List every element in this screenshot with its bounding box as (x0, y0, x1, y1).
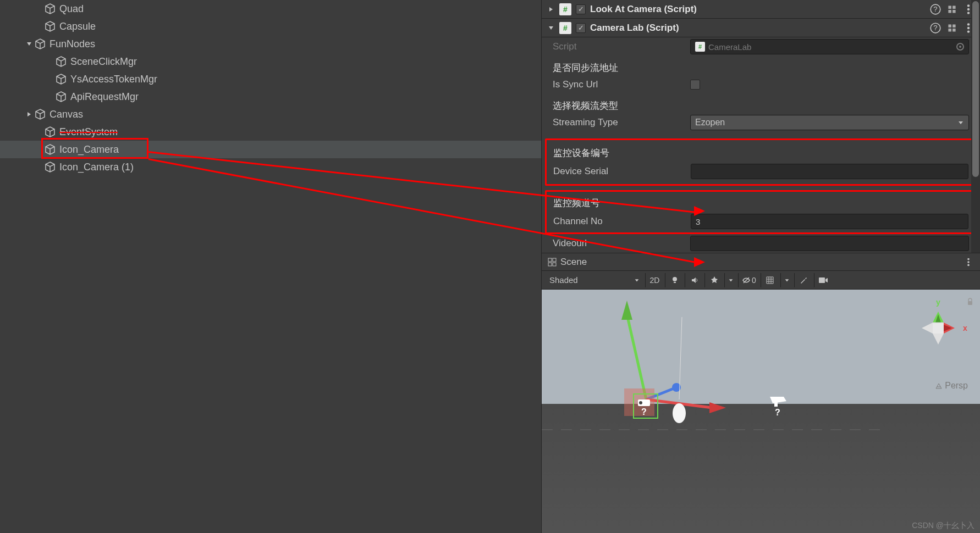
device-serial-input[interactable] (691, 164, 968, 179)
videourl-input[interactable] (690, 236, 969, 251)
component-look-at-camera[interactable]: # Look At Camera (Script) ? (542, 0, 980, 19)
svg-marker-26 (709, 402, 726, 413)
channel-no-highlight: 监控频道号 Channel No (545, 190, 977, 234)
expand-arrow-icon[interactable] (25, 40, 33, 48)
svg-point-3 (967, 8, 970, 10)
svg-text:?: ? (933, 24, 937, 32)
svg-text:?: ? (933, 5, 937, 13)
svg-rect-46 (968, 301, 972, 305)
help-icon[interactable]: ? (929, 22, 942, 34)
annotation-arrowhead-2 (694, 257, 705, 267)
tree-item-apirequestmgr[interactable]: ApiRequestMgr (0, 88, 541, 106)
svg-point-31 (639, 401, 642, 404)
streaming-type-value: Ezopen (695, 118, 725, 127)
annotation-arrowhead-1 (694, 206, 705, 216)
tree-label: ApiRequestMgr (70, 91, 139, 103)
camera-icon[interactable] (814, 273, 833, 287)
persp-icon (935, 382, 943, 390)
preset-icon[interactable] (946, 22, 958, 34)
tree-label: Capsule (59, 21, 96, 32)
script-icon: # (559, 3, 571, 15)
component-title: Look At Camera (Script) (590, 4, 925, 15)
gameobject-icon (44, 143, 56, 156)
tree-label: EventSystem (59, 126, 118, 138)
svg-text:x: x (963, 324, 967, 332)
tree-item-sceneclickmgr[interactable]: SceneClickMgr (0, 53, 541, 70)
gameobject-icon (55, 91, 67, 103)
scene-tab-header: Scene (542, 253, 980, 271)
lighting-toggle-icon[interactable] (665, 273, 684, 287)
gameobject-icon (44, 161, 56, 173)
tree-item-icon-camera[interactable]: Icon_Camera (0, 141, 541, 158)
script-value: CameraLab (708, 42, 751, 52)
svg-text:?: ? (641, 407, 647, 417)
collapse-arrow-icon[interactable] (25, 110, 33, 118)
gameobject-icon (44, 3, 56, 15)
svg-marker-41 (933, 334, 944, 345)
channel-no-input[interactable] (691, 214, 968, 229)
hierarchy-panel: Quad Capsule FunNodes SceneClickMgr (0, 0, 542, 533)
tree-item-funnodes[interactable]: FunNodes (0, 35, 541, 53)
svg-point-8 (967, 26, 970, 29)
chevron-down-icon (634, 277, 640, 283)
svg-line-21 (627, 314, 646, 399)
hidden-objects-button[interactable]: 0 (738, 273, 759, 287)
tree-label: YsAccessTokenMgr (70, 74, 157, 85)
component-enabled-checkbox[interactable] (576, 4, 586, 14)
grid-dropdown-icon[interactable] (780, 273, 793, 287)
device-serial-header: 监控设备编号 (553, 147, 691, 159)
shading-mode-value: Shaded (549, 275, 578, 285)
scene-icon (547, 257, 557, 267)
component-camera-lab[interactable]: # Camera Lab (Script) ? (542, 19, 980, 37)
component-enabled-checkbox[interactable] (576, 23, 586, 33)
tree-label: Quad (59, 3, 84, 15)
help-icon[interactable]: ? (929, 3, 942, 15)
tree-item-canvas[interactable]: Canvas (0, 106, 541, 123)
tree-label: Icon_Camera (59, 144, 119, 156)
shading-mode-dropdown[interactable]: Shaded (545, 273, 644, 287)
audio-toggle-icon[interactable] (685, 273, 703, 287)
svg-point-17 (673, 277, 677, 281)
scene-viewport[interactable]: ? ? (542, 290, 980, 533)
lock-icon[interactable] (966, 297, 975, 306)
streaming-header: 选择视频流类型 (553, 99, 690, 112)
scrollbar-thumb[interactable] (972, 1, 979, 177)
tree-item-quad[interactable]: Quad (0, 0, 541, 18)
inspector-scrollbar[interactable] (971, 0, 980, 253)
is-sync-url-checkbox[interactable] (690, 80, 700, 90)
tree-item-icon-camera-1[interactable]: Icon_Camera (1) (0, 158, 541, 176)
collapse-arrow-icon[interactable] (547, 5, 555, 13)
svg-marker-22 (621, 301, 632, 320)
streaming-type-label: Streaming Type (553, 117, 690, 128)
tree-item-eventsystem[interactable]: EventSystem (0, 123, 541, 141)
svg-point-15 (967, 261, 970, 263)
sync-header: 是否同步流地址 (553, 62, 690, 74)
preset-icon[interactable] (946, 3, 958, 15)
fx-dropdown-icon[interactable] (724, 273, 737, 287)
svg-rect-13 (553, 263, 556, 266)
object-picker-icon[interactable] (956, 43, 964, 51)
scene-toolbar: Shaded 2D 0 (542, 271, 980, 290)
scene-tab-label[interactable]: Scene (560, 257, 587, 268)
tree-label: FunNodes (49, 38, 95, 50)
tree-item-ysaccesstokenmgr[interactable]: YsAccessTokenMgr (0, 70, 541, 88)
expand-arrow-icon[interactable] (547, 24, 555, 32)
script-object-field[interactable]: #CameraLab (690, 39, 969, 54)
tree-item-capsule[interactable]: Capsule (0, 18, 541, 35)
perspective-label[interactable]: Persp (935, 381, 968, 391)
svg-point-29 (673, 403, 686, 423)
menu-icon[interactable] (962, 256, 975, 268)
svg-rect-12 (548, 263, 552, 266)
streaming-type-dropdown[interactable]: Ezopen (690, 115, 969, 130)
fx-toggle-icon[interactable] (704, 273, 723, 287)
script-icon: # (559, 22, 571, 34)
device-serial-highlight: 监控设备编号 Device Serial (545, 138, 977, 186)
grid-toggle-icon[interactable] (761, 273, 779, 287)
tools-icon[interactable] (794, 273, 813, 287)
inspector-panel: # Look At Camera (Script) ? # Camera Lab… (542, 0, 980, 253)
chevron-down-icon (957, 119, 964, 126)
svg-point-7 (967, 23, 970, 25)
orientation-gizmo[interactable]: y x (905, 295, 971, 361)
toggle-2d-button[interactable]: 2D (645, 273, 664, 287)
tree-label: Icon_Camera (1) (59, 162, 134, 173)
